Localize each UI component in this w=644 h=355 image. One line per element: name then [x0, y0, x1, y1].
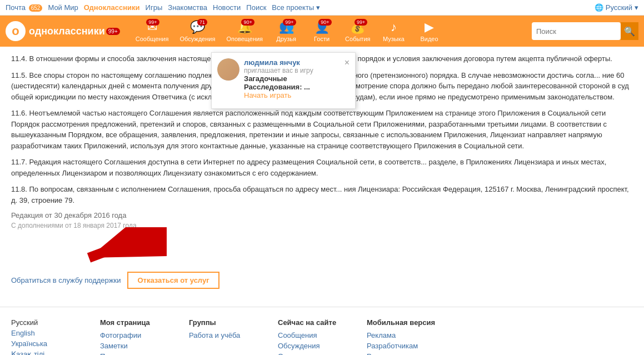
discussions-label: Обсуждения	[179, 36, 215, 42]
footer-photos[interactable]: Фотографии	[100, 331, 167, 339]
main-content: людмила янчук приглашает вас в игру Зага…	[0, 47, 644, 307]
footer-now-title: Сейчас на сайте	[278, 318, 345, 327]
popup-game-name: Загадочные Расследования: ...	[244, 74, 345, 91]
footer-mypage-title: Моя страница	[100, 318, 167, 327]
arrow-area	[11, 238, 633, 272]
nav-friends[interactable]: 👥99+ Друзья	[269, 18, 303, 44]
friends-label: Друзья	[276, 36, 296, 42]
footer-now-messages[interactable]: Сообщения	[278, 331, 345, 339]
video-icon: ▶	[425, 20, 434, 34]
guests-label: Гости	[314, 36, 330, 42]
logo-icon: о	[6, 21, 26, 41]
music-label: Музыка	[383, 36, 405, 42]
popup-header: людмила янчук приглашает вас в игру Зага…	[217, 58, 350, 99]
section-11-8: 11.8. По вопросам, связанным с исполнени…	[11, 184, 633, 206]
friends-badge: 99+	[283, 19, 296, 26]
discussions-icon: 💬71	[190, 20, 205, 34]
red-arrow-svg	[56, 227, 167, 266]
pochta-badge: 652	[29, 4, 43, 12]
language-label: Русский	[606, 3, 632, 12]
search-input[interactable]	[532, 22, 621, 40]
topnav-poisk[interactable]: Поиск	[246, 3, 266, 12]
events-badge: 99+	[355, 19, 367, 26]
friends-icon: 👥99+	[279, 20, 294, 34]
header-nav-icons: ✉99+ Сообщения 💬71 Обсуждения 🔔90+ Опове…	[131, 18, 532, 44]
footer-groups-title: Группы	[189, 318, 256, 327]
footer-columns: Русский English Українська Қазақ тілі Հա…	[11, 318, 633, 355]
footer-mypage-col: Моя страница Фотографии Заметки Праздник…	[100, 318, 167, 355]
redaction-date: Редакция от 30 декабря 2016 года	[11, 211, 633, 219]
nav-notifications[interactable]: 🔔90+ Оповещения	[222, 18, 267, 44]
footer-ads[interactable]: Реклама	[367, 331, 435, 339]
footer-groups-col: Группы Работа и учёба Мои игры Развлечен…	[189, 318, 256, 355]
popup-close-button[interactable]: ×	[345, 58, 350, 67]
topnav-znakomstva[interactable]: Знакомства	[168, 3, 207, 12]
footer-holidays[interactable]: Праздники	[100, 352, 167, 355]
nav-guests[interactable]: 👤90+ Гости	[305, 18, 338, 44]
topnav-novosti[interactable]: Новости	[213, 3, 241, 12]
cancel-services-button[interactable]: Отказаться от услуг	[127, 272, 219, 289]
logo-badge: 99+	[106, 28, 120, 35]
svg-line-1	[89, 233, 156, 258]
footer-mobile-col: Мобильная версия Реклама Разработчикам Р…	[367, 318, 435, 355]
search-area: 🔍	[532, 22, 638, 40]
music-icon: ♪	[391, 20, 397, 34]
topnav-pochta[interactable]: Почта 652	[6, 3, 42, 12]
footer-mobile-title: Мобильная версия	[367, 318, 435, 327]
guests-icon: 👤90+	[314, 20, 330, 34]
nav-video[interactable]: ▶ Видео	[413, 18, 446, 44]
footer-languages-col: Русский English Українська Қазақ тілі Հա…	[11, 318, 78, 355]
main-header: о одноклассники 99+ ✉99+ Сообщения 💬71 О…	[0, 16, 644, 47]
footer-now-col: Сейчас на сайте Сообщения Обсуждения Опо…	[278, 318, 345, 355]
footer-keyboard[interactable]: Русская клавиатура	[367, 352, 435, 355]
footer: Русский English Українська Қазақ тілі Հա…	[0, 307, 644, 355]
video-label: Видео	[420, 36, 438, 42]
discussions-badge: 71	[197, 19, 207, 26]
lang-ukrainian[interactable]: Українська	[11, 339, 78, 348]
top-navigation: Почта 652 Мой Мир Одноклассники Игры Зна…	[0, 0, 644, 16]
lang-english[interactable]: English	[11, 329, 78, 337]
nav-messages[interactable]: ✉99+ Сообщения	[131, 18, 173, 44]
events-label: События	[345, 36, 370, 42]
popup-avatar	[217, 58, 239, 81]
popup-info: людмила янчук приглашает вас в игру Зага…	[244, 58, 345, 99]
events-icon: 💰99+	[350, 20, 365, 34]
popup-action-text: приглашает вас в игру	[244, 67, 345, 74]
notifications-icon: 🔔90+	[237, 20, 252, 34]
messages-icon: ✉99+	[147, 20, 157, 34]
logo-text: одноклассники	[29, 26, 105, 37]
popup-play-button[interactable]: Начать играть	[244, 91, 291, 99]
nav-events[interactable]: 💰99+ События	[341, 18, 375, 44]
popup-user-name[interactable]: людмила янчук	[244, 58, 345, 67]
notifications-label: Оповещения	[226, 36, 263, 42]
nav-music[interactable]: ♪ Музыка	[377, 18, 411, 44]
support-link[interactable]: Обратиться в службу поддержки	[11, 276, 121, 284]
language-selector[interactable]: 🌐 Русский ▾	[595, 3, 638, 12]
topnav-moimir[interactable]: Мой Мир	[48, 3, 78, 12]
top-nav-right: 🌐 Русский ▾	[595, 3, 638, 12]
footer-developers[interactable]: Разработчикам	[367, 342, 435, 350]
topnav-igry[interactable]: Игры	[146, 3, 163, 12]
notifications-badge: 90+	[241, 19, 254, 26]
bottom-actions: Обратиться в службу поддержки Отказаться…	[11, 272, 633, 289]
lang-russian[interactable]: Русский	[11, 318, 78, 327]
search-button[interactable]: 🔍	[621, 22, 638, 40]
guests-badge: 90+	[318, 19, 331, 26]
footer-work-study[interactable]: Работа и учёба	[189, 331, 256, 339]
section-11-6: 11.6. Неотъемлемой частью настоящего Сог…	[11, 108, 633, 151]
footer-notes[interactable]: Заметки	[100, 342, 167, 350]
globe-icon: 🌐	[595, 3, 603, 12]
nav-discussions[interactable]: 💬71 Обсуждения	[175, 18, 219, 44]
popup-notification: людмила янчук приглашает вас в игру Зага…	[211, 52, 356, 109]
lang-chevron-icon: ▾	[635, 3, 638, 12]
logo-area: о одноклассники 99+	[6, 21, 120, 41]
topnav-odnoklassniki[interactable]: Одноклассники	[84, 3, 140, 12]
messages-badge: 99+	[146, 19, 159, 26]
avatar-image	[217, 58, 239, 81]
lang-kazakh[interactable]: Қазақ тілі	[11, 350, 78, 355]
section-11-7: 11.7. Редакция настоящего Соглашения дос…	[11, 157, 633, 178]
footer-now-notifications[interactable]: Оповещения	[278, 352, 345, 355]
topnav-allprojects[interactable]: Все проекты ▾	[272, 3, 320, 12]
messages-label: Сообщения	[136, 36, 169, 42]
footer-now-discussions[interactable]: Обсуждения	[278, 342, 345, 350]
